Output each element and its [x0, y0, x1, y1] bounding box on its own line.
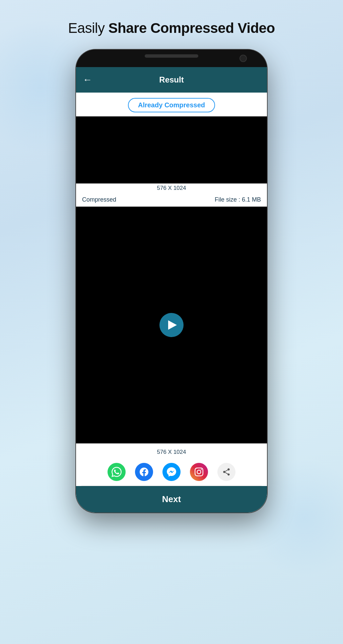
play-button[interactable] [159, 313, 184, 337]
facebook-icon [140, 468, 148, 476]
phone-top-bar [76, 50, 267, 67]
share-row [76, 460, 267, 486]
back-button[interactable]: ← [83, 74, 92, 85]
messenger-share-button[interactable] [162, 463, 181, 481]
phone-shell: ← Result Already Compressed 576 X 1024 C… [76, 50, 267, 513]
phone-camera [239, 55, 247, 62]
page-title: Easily Share Compressed Video [68, 20, 275, 36]
phone-notch [145, 54, 198, 58]
badge-row: Already Compressed [76, 93, 267, 116]
messenger-icon [167, 467, 176, 477]
facebook-share-button[interactable] [135, 463, 153, 481]
app-topbar: ← Result [76, 67, 267, 93]
compressed-video-thumbnail [76, 116, 267, 183]
app-content: Already Compressed 576 X 1024 Compressed… [76, 93, 267, 443]
original-resolution: 576 X 1024 [157, 449, 186, 455]
share-more-icon [222, 468, 231, 476]
meta-row: Compressed File size : 6.1 MB [76, 193, 267, 207]
bottom-section: 576 X 1024 [76, 443, 267, 513]
already-compressed-badge[interactable]: Already Compressed [128, 98, 215, 112]
whatsapp-share-button[interactable] [108, 463, 126, 481]
next-button[interactable]: Next [76, 486, 267, 513]
compressed-resolution-row: 576 X 1024 [76, 183, 267, 193]
instagram-share-button[interactable] [190, 463, 208, 481]
compressed-resolution: 576 X 1024 [157, 185, 186, 192]
play-icon [168, 320, 177, 330]
original-resolution-row: 576 X 1024 [76, 447, 267, 460]
file-size: File size : 6.1 MB [215, 196, 261, 203]
whatsapp-icon [112, 467, 122, 477]
compressed-label: Compressed [82, 196, 116, 203]
more-share-button[interactable] [217, 463, 235, 481]
instagram-icon [195, 468, 203, 476]
screen-title: Result [95, 75, 248, 85]
original-video-preview[interactable] [76, 207, 267, 443]
app-screen: ← Result Already Compressed 576 X 1024 C… [76, 67, 267, 513]
